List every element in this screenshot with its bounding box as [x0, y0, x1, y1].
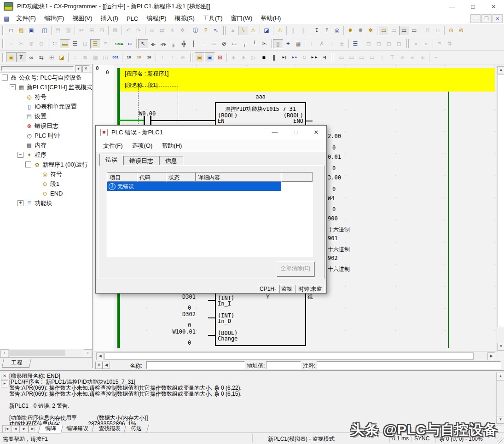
edit-window2-icon[interactable]: ◻ — [374, 39, 384, 49]
timer-set4-icon[interactable]: ≖ — [407, 52, 417, 62]
goto-prev-output-icon[interactable]: ↑ — [157, 52, 168, 62]
collapse-icon[interactable]: − — [10, 84, 16, 90]
table-row[interactable]: i 无错误 — [107, 182, 313, 191]
tree-item[interactable]: ◎符号 — [0, 169, 92, 179]
memory-view3-icon[interactable]: ▭ — [357, 52, 367, 62]
goto-jump-icon[interactable]: ✳ — [178, 52, 188, 62]
work-online-icon[interactable]: ▣ — [195, 52, 205, 62]
download-to-plc-icon[interactable]: ↧ — [312, 26, 322, 35]
step-into-icon[interactable]: ►+ — [289, 52, 299, 62]
param-address[interactable]: D302 — [168, 311, 196, 317]
comment-field[interactable] — [317, 361, 501, 369]
selected-row[interactable]: i 无错误 — [107, 182, 281, 191]
paste-special-icon[interactable]: ⊠ — [110, 26, 120, 35]
comment-icon[interactable]: ▬ — [60, 39, 70, 49]
tree-item[interactable]: ◎符号 — [0, 92, 92, 102]
template-icon[interactable]: ▦ — [90, 52, 100, 62]
error-list-icon[interactable]: ▲ — [228, 26, 238, 35]
menu-window[interactable]: 窗口(W) — [226, 13, 256, 23]
menu-program[interactable]: 编程(P) — [142, 13, 170, 23]
tree-item[interactable]: ▩内存 — [0, 140, 92, 150]
force-cancel-icon[interactable]: ✻ — [365, 26, 376, 35]
menu-view[interactable]: 视图(V) — [68, 13, 96, 23]
hex-display-icon[interactable]: 16 — [144, 52, 154, 62]
output-vscrollbar[interactable]: ▲ ▼ — [496, 372, 504, 424]
menu-edit[interactable]: 编辑(E) — [40, 13, 68, 23]
collapse-icon[interactable]: − — [25, 161, 31, 167]
close-output-icon[interactable]: ✕ — [1, 373, 8, 380]
save-project-icon[interactable]: ▣ — [26, 26, 36, 35]
tree-item[interactable]: ▤设置 — [0, 111, 92, 121]
monitor-data2-icon[interactable]: ▭ — [389, 26, 399, 35]
cut-icon[interactable]: ✂ — [76, 26, 87, 35]
edit-window3-icon[interactable]: ◻ — [384, 39, 394, 49]
collapse-bar-icon[interactable]: ◀ — [103, 362, 110, 369]
diff-up-contact-icon[interactable]: ┬ — [239, 39, 249, 49]
mdi-minimize-button[interactable]: — — [470, 14, 481, 23]
select-tool-icon[interactable]: ↖ — [138, 39, 148, 49]
collapse-icon[interactable]: − — [17, 152, 23, 158]
return-icon[interactable]: ¬ — [431, 52, 441, 62]
window-cascade-icon[interactable]: ▣ — [6, 52, 16, 62]
workspace-hscrollbar[interactable]: ‹ › — [0, 349, 92, 357]
toolbar-grip[interactable] — [2, 26, 5, 35]
line-delete-icon[interactable]: ✂ — [260, 39, 270, 49]
toolbar-grip[interactable] — [406, 39, 409, 48]
memory-view4-icon[interactable]: ▭ — [367, 52, 377, 62]
tab-error-log[interactable]: 错误日志 — [123, 156, 159, 166]
edit-window4-icon[interactable]: ◻ — [394, 39, 404, 49]
differential-monitor-icon[interactable]: ⊓ — [423, 26, 433, 35]
fb-invoke-icon[interactable]: ▯ — [273, 39, 283, 49]
name-field[interactable] — [146, 361, 245, 369]
tree-item[interactable]: ⊗错误日志 — [0, 121, 92, 131]
expand-output-icon[interactable]: ▸ — [1, 380, 8, 387]
print-lookup-icon[interactable]: ◫ — [40, 26, 50, 35]
pause-monitor-icon[interactable]: ⊠ — [215, 52, 225, 62]
pause-icon[interactable]: ∥ — [288, 26, 298, 35]
replace-icon[interactable]: ⇄ — [157, 26, 167, 35]
dialog-menu-help[interactable]: 帮助(H) — [157, 141, 186, 151]
dialog-menu-file[interactable]: 文件(F) — [98, 141, 127, 151]
monitor-mode-icon[interactable]: ▣ — [205, 52, 215, 62]
mdi-restore-button[interactable]: ❐ — [481, 14, 492, 23]
tab-project[interactable]: 工程 — [2, 358, 31, 368]
ladder-vscrollbar[interactable]: ▲ ▼ — [497, 64, 504, 352]
compile-icon[interactable]: ∴ — [70, 52, 80, 62]
column-detail[interactable]: 详细内容 — [196, 173, 281, 182]
or-contact-no-icon[interactable]: ╥ — [168, 39, 179, 49]
coil-icon[interactable]: ○ — [209, 39, 219, 49]
scroll-thumb[interactable] — [498, 74, 504, 327]
run-to-cursor-icon[interactable]: »| — [319, 52, 330, 62]
column-code[interactable]: 代码 — [137, 173, 166, 182]
tree-item[interactable]: ▯IO表和单元设置 — [0, 102, 92, 111]
vertical-line-icon[interactable]: │ — [189, 39, 199, 49]
pulse-monitor-icon[interactable]: ⊔ — [433, 26, 443, 35]
symbol-check-icon[interactable]: ≋ — [80, 52, 90, 62]
workspace-close-icon[interactable]: ✕ — [82, 65, 89, 72]
menu-insert[interactable]: 插入(I) — [97, 13, 122, 23]
dialog-minimize-button[interactable]: — — [267, 126, 283, 139]
memory-view2-icon[interactable]: ▭ — [347, 52, 357, 62]
closed-coil-icon[interactable]: ⊘ — [219, 39, 229, 49]
close-button[interactable]: ✕ — [483, 0, 504, 13]
print-icon[interactable]: ▤ — [53, 26, 63, 35]
redo-icon[interactable]: ↷ — [133, 26, 144, 35]
toolbar-grip[interactable] — [331, 53, 335, 62]
minimize-button[interactable]: — — [442, 0, 463, 13]
tree-item[interactable]: −✦程序 — [0, 150, 92, 160]
work-online-simulator-icon[interactable]: ϟ — [238, 26, 248, 35]
monitor-warning-icon[interactable]: ⚠ — [248, 26, 258, 35]
paste-icon[interactable]: ⊡ — [97, 26, 107, 35]
address-reference-icon[interactable]: ⊞ — [46, 52, 57, 62]
memory-view1-icon[interactable]: ▭ — [336, 52, 347, 62]
upload-from-plc-icon[interactable]: ↥ — [322, 26, 332, 35]
scroll-thumb[interactable] — [8, 350, 65, 356]
menu-simulation[interactable]: 模拟(S) — [171, 13, 199, 23]
tree-item[interactable]: −▦新PLC1[CP1H] 监视模式 — [0, 82, 92, 92]
scroll-up-icon[interactable]: ▲ — [497, 373, 504, 381]
about-icon[interactable]: ⓘ — [191, 26, 201, 35]
transfer-warning-icon[interactable]: ⚠ — [275, 26, 285, 35]
zoom-100-icon[interactable]: ○ — [6, 39, 16, 49]
contact-no-icon[interactable]: -||- — [148, 39, 158, 49]
merge-row-icon[interactable]: ± — [337, 39, 347, 49]
